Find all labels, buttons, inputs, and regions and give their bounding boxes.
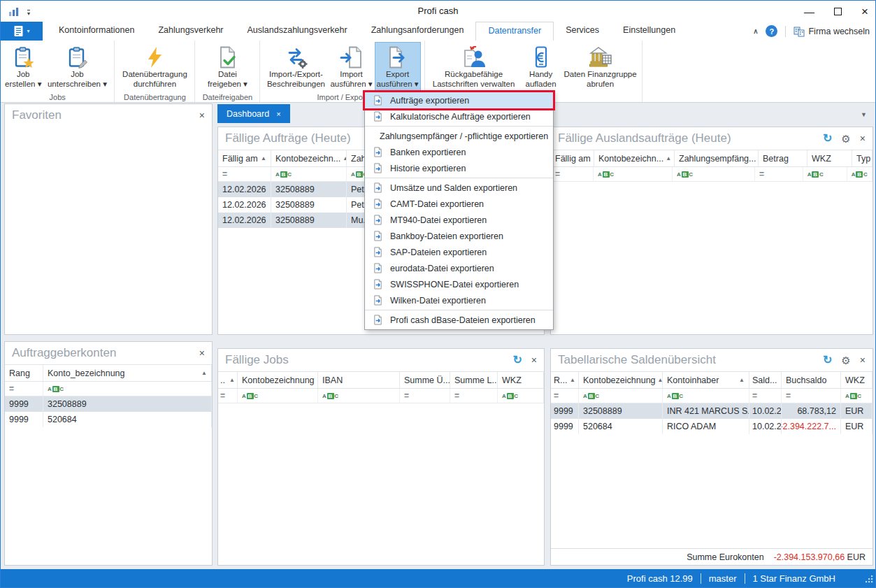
close-icon[interactable]: × bbox=[199, 348, 205, 358]
import-export-beschreibungen-button[interactable]: Import-/Export- Beschreibungen bbox=[264, 42, 328, 91]
filter-cell[interactable]: ABC bbox=[841, 389, 873, 403]
menu-item-dbase[interactable]: Profi cash dBase-Dateien exportieren bbox=[365, 312, 553, 328]
table-row[interactable]: 9999 32508889 bbox=[5, 396, 212, 412]
gear-icon[interactable]: ⚙ bbox=[841, 355, 850, 366]
collapse-ribbon-icon[interactable]: ∧ bbox=[753, 27, 758, 35]
filter-cell[interactable]: = bbox=[755, 167, 803, 181]
filter-cell[interactable]: ABC bbox=[238, 389, 318, 403]
filter-cell[interactable]: = bbox=[5, 382, 43, 396]
tab-zahlungsanforderungen[interactable]: Zahlungsanforderungen bbox=[359, 22, 476, 41]
filter-cell[interactable]: ABC bbox=[594, 167, 673, 181]
menu-item-swissphone[interactable]: SWISSPHONE-Datei exportieren bbox=[365, 276, 553, 292]
filter-cell[interactable]: = bbox=[749, 389, 782, 403]
close-icon[interactable]: × bbox=[276, 110, 280, 118]
close-icon[interactable]: × bbox=[860, 134, 866, 143]
column-header-wkz[interactable]: WKZ bbox=[841, 372, 873, 388]
maximize-button[interactable] bbox=[834, 8, 842, 15]
filter-cell[interactable]: ABC bbox=[498, 389, 544, 403]
daten-finanzgruppe-abrufen-button[interactable]: Daten Finanzgruppe abrufen bbox=[563, 42, 638, 91]
tabstrip-dropdown-icon[interactable]: ▼ bbox=[861, 111, 867, 118]
close-button[interactable]: × bbox=[861, 6, 868, 17]
column-header-summe-l[interactable]: Summe L... bbox=[450, 372, 498, 388]
filter-cell[interactable]: = bbox=[551, 167, 594, 181]
close-icon[interactable]: × bbox=[860, 355, 866, 365]
menu-item-historie[interactable]: Historie exportieren bbox=[365, 160, 553, 176]
filter-cell[interactable]: ABC bbox=[847, 167, 873, 181]
menu-item-camt[interactable]: CAMT-Datei exportieren bbox=[365, 196, 553, 212]
datei-freigeben-button[interactable]: Datei freigeben ▾ bbox=[199, 42, 256, 91]
filter-cell[interactable]: = bbox=[450, 389, 498, 403]
menu-item-eurodata[interactable]: eurodata-Datei exportieren bbox=[365, 260, 553, 276]
job-erstellen-button[interactable]: Job erstellen ▾ bbox=[4, 42, 42, 91]
job-unterschreiben-button[interactable]: Job unterschreiben ▾ bbox=[43, 42, 110, 91]
menu-item-banken[interactable]: Banken exportieren bbox=[365, 144, 553, 160]
close-icon[interactable]: × bbox=[199, 110, 205, 120]
tab-services[interactable]: Services bbox=[554, 22, 611, 41]
column-header-faellig-am[interactable]: Fällig am▲ bbox=[218, 150, 271, 166]
close-icon[interactable]: × bbox=[531, 355, 537, 365]
column-header-kontobezeichnung[interactable]: Kontobezeichnung▲ bbox=[579, 372, 663, 388]
filter-cell[interactable]: ABC bbox=[318, 389, 400, 403]
refresh-icon[interactable]: ↻ bbox=[823, 133, 832, 144]
column-header-wkz[interactable]: WKZ bbox=[807, 150, 852, 166]
app-menu-button[interactable]: ▾ bbox=[1, 22, 43, 41]
filter-cell[interactable]: ABC bbox=[663, 389, 749, 403]
filter-cell[interactable]: = bbox=[551, 389, 579, 403]
menu-item-auftraege-exportieren[interactable]: Aufträge exportieren bbox=[365, 92, 553, 108]
filter-cell[interactable]: = bbox=[218, 389, 238, 403]
column-header-buchsaldo[interactable]: Buchsaldo bbox=[782, 372, 841, 388]
menu-item-zahlungsempfaenger[interactable]: Zahlungsempfänger / -pflichtige exportie… bbox=[365, 128, 553, 144]
column-header-summe-ue[interactable]: Summe Ü... bbox=[400, 372, 450, 388]
dashboard-tab[interactable]: Dashboard × bbox=[217, 104, 290, 123]
import-ausfuehren-button[interactable]: Import ausführen ▾ bbox=[329, 42, 373, 91]
resize-grip[interactable] bbox=[865, 575, 873, 585]
handy-aufladen-button[interactable]: Handy aufladen bbox=[521, 42, 561, 91]
table-row[interactable]: 9999 520684 bbox=[5, 412, 212, 427]
filter-cell[interactable]: = bbox=[218, 167, 271, 181]
rueckgabefaehige-lastschriften-button[interactable]: Rückgabefähige Lastschriften verwalten bbox=[429, 42, 519, 91]
filter-cell[interactable]: = bbox=[782, 389, 841, 403]
menu-item-wilken[interactable]: Wilken-Datei exportieren bbox=[365, 292, 553, 308]
column-header-betrag[interactable]: Betrag bbox=[759, 150, 807, 166]
datenuebertragung-durchfuehren-button[interactable]: Datenübertragung durchführen bbox=[118, 42, 191, 91]
column-header-kontoinhaber[interactable]: Kontoinhaber▲ bbox=[663, 372, 749, 388]
column-header-wkz[interactable]: WKZ bbox=[498, 372, 544, 388]
gear-icon[interactable]: ⚙ bbox=[841, 134, 850, 144]
menu-item-sap[interactable]: SAP-Dateien exportieren bbox=[365, 244, 553, 260]
menu-item-umsaetze-salden[interactable]: Umsätze und Salden exportieren bbox=[365, 180, 553, 196]
refresh-icon[interactable]: ↻ bbox=[512, 354, 522, 366]
export-ausfuehren-button[interactable]: Export ausführen ▾ bbox=[375, 42, 421, 91]
column-header-faellig-am[interactable]: Fällig am▲ bbox=[551, 150, 594, 166]
column-header-kontobezeichnung[interactable]: Konto_bezeichnung▲ bbox=[43, 365, 212, 381]
column-header-saldo-datum[interactable]: Sald... bbox=[749, 372, 782, 388]
help-icon[interactable]: ? bbox=[766, 25, 777, 37]
filter-cell[interactable]: ABC bbox=[579, 389, 663, 403]
column-header-iban[interactable]: IBAN bbox=[318, 372, 400, 388]
tab-zahlungsverkehr[interactable]: Zahlungsverkehr bbox=[146, 22, 235, 41]
table-row[interactable]: 9999 520684 RICO ADAM 10.02.2... -2.394.… bbox=[551, 419, 873, 434]
tab-auslandszahlungsverkehr[interactable]: Auslandszahlungsverkehr bbox=[236, 22, 359, 41]
filter-cell[interactable]: ABC bbox=[803, 167, 847, 181]
column-header-first[interactable]: ..▲ bbox=[218, 372, 238, 388]
minimize-button[interactable]: — bbox=[804, 6, 814, 17]
column-header-zahlungsempfaenger[interactable]: Zahlungsempfäng... bbox=[675, 150, 759, 166]
tab-einstellungen[interactable]: Einstellungen bbox=[611, 22, 687, 41]
column-header-kontobezeichnung[interactable]: Kontobezeichn...▲ bbox=[271, 150, 347, 166]
menu-item-bankboy[interactable]: Bankboy-Dateien exportieren bbox=[365, 228, 553, 244]
filter-cell[interactable]: ABC bbox=[271, 167, 347, 181]
column-header-kontobezeichnung[interactable]: Kontobezeichn...▲ bbox=[594, 150, 675, 166]
tab-datentransfer[interactable]: Datentransfer bbox=[475, 22, 554, 41]
column-header-typ[interactable]: Typ bbox=[852, 150, 873, 166]
filter-cell[interactable]: ABC bbox=[43, 382, 212, 396]
column-header-kontobezeichnung[interactable]: Kontobezeichnung bbox=[238, 372, 318, 388]
tab-kontoinformationen[interactable]: Kontoinformationen bbox=[47, 22, 146, 41]
table-row[interactable]: 9999 32508889 INR 421 MARCUS S... 10.02.… bbox=[551, 403, 873, 419]
menu-item-kalkulatorische[interactable]: Kalkulatorische Aufträge exportieren bbox=[365, 108, 553, 124]
column-header-rang[interactable]: Rang bbox=[5, 365, 43, 381]
firma-wechseln-button[interactable]: Firma wechseln bbox=[794, 26, 870, 37]
column-header-rang[interactable]: R...▲ bbox=[551, 372, 579, 388]
filter-cell[interactable]: = bbox=[400, 389, 450, 403]
menu-item-mt940[interactable]: MT940-Datei exportieren bbox=[365, 212, 553, 228]
filter-cell[interactable]: ABC bbox=[673, 167, 755, 181]
refresh-icon[interactable]: ↻ bbox=[823, 354, 832, 366]
